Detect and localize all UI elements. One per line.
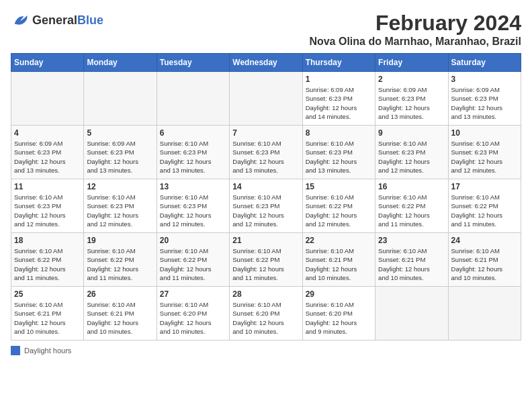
day-sun-info: Sunrise: 6:10 AM Sunset: 6:21 PM Dayligh…: [378, 246, 445, 282]
header: GeneralBlue February 2024 Nova Olina do …: [11, 11, 521, 48]
calendar-week-row: 18Sunrise: 6:10 AM Sunset: 6:22 PM Dayli…: [11, 233, 521, 287]
day-sun-info: Sunrise: 6:09 AM Sunset: 6:23 PM Dayligh…: [306, 85, 372, 121]
calendar-day-cell: 13Sunrise: 6:10 AM Sunset: 6:23 PM Dayli…: [157, 179, 229, 233]
day-of-week-header: Thursday: [302, 54, 375, 72]
day-sun-info: Sunrise: 6:10 AM Sunset: 6:23 PM Dayligh…: [451, 139, 518, 175]
calendar-day-cell: 9Sunrise: 6:10 AM Sunset: 6:23 PM Daylig…: [375, 126, 448, 179]
calendar-week-row: 1Sunrise: 6:09 AM Sunset: 6:23 PM Daylig…: [11, 72, 521, 126]
calendar-day-cell: 2Sunrise: 6:09 AM Sunset: 6:23 PM Daylig…: [375, 72, 448, 126]
calendar-header-row: SundayMondayTuesdayWednesdayThursdayFrid…: [11, 54, 521, 72]
day-number: 13: [160, 182, 226, 191]
day-number: 3: [451, 75, 518, 84]
calendar-day-cell: 8Sunrise: 6:10 AM Sunset: 6:23 PM Daylig…: [302, 126, 375, 179]
day-sun-info: Sunrise: 6:10 AM Sunset: 6:21 PM Dayligh…: [14, 300, 81, 336]
calendar-day-cell: [84, 72, 157, 126]
day-sun-info: Sunrise: 6:10 AM Sunset: 6:23 PM Dayligh…: [14, 193, 81, 228]
calendar-day-cell: 18Sunrise: 6:10 AM Sunset: 6:22 PM Dayli…: [11, 233, 84, 287]
calendar-day-cell: [448, 287, 521, 340]
calendar-day-cell: 15Sunrise: 6:10 AM Sunset: 6:22 PM Dayli…: [302, 179, 375, 233]
day-number: 11: [14, 182, 81, 191]
day-sun-info: Sunrise: 6:10 AM Sunset: 6:20 PM Dayligh…: [160, 300, 226, 336]
day-number: 21: [232, 236, 299, 245]
day-number: 24: [451, 236, 518, 245]
calendar-day-cell: 14Sunrise: 6:10 AM Sunset: 6:23 PM Dayli…: [230, 179, 302, 233]
day-sun-info: Sunrise: 6:10 AM Sunset: 6:22 PM Dayligh…: [378, 193, 445, 228]
day-number: 17: [451, 182, 518, 191]
calendar-day-cell: 24Sunrise: 6:10 AM Sunset: 6:21 PM Dayli…: [448, 233, 521, 287]
calendar-day-cell: [375, 287, 448, 340]
day-number: 1: [306, 75, 372, 84]
calendar-day-cell: 6Sunrise: 6:10 AM Sunset: 6:23 PM Daylig…: [157, 126, 229, 179]
day-number: 29: [306, 289, 372, 299]
calendar-day-cell: 21Sunrise: 6:10 AM Sunset: 6:22 PM Dayli…: [230, 233, 302, 287]
calendar-day-cell: 20Sunrise: 6:10 AM Sunset: 6:22 PM Dayli…: [157, 233, 229, 287]
day-of-week-header: Wednesday: [230, 54, 302, 72]
day-number: 6: [160, 128, 226, 138]
day-number: 10: [451, 128, 518, 138]
calendar-table: SundayMondayTuesdayWednesdayThursdayFrid…: [11, 53, 521, 340]
day-sun-info: Sunrise: 6:10 AM Sunset: 6:21 PM Dayligh…: [306, 246, 372, 282]
day-sun-info: Sunrise: 6:10 AM Sunset: 6:22 PM Dayligh…: [232, 246, 299, 282]
day-number: 9: [378, 128, 445, 138]
day-of-week-header: Tuesday: [157, 54, 229, 72]
day-sun-info: Sunrise: 6:10 AM Sunset: 6:21 PM Dayligh…: [87, 300, 153, 336]
day-sun-info: Sunrise: 6:10 AM Sunset: 6:23 PM Dayligh…: [306, 139, 372, 175]
day-sun-info: Sunrise: 6:09 AM Sunset: 6:23 PM Dayligh…: [451, 85, 518, 121]
month-year-title: February 2024: [309, 11, 521, 36]
calendar-day-cell: [11, 72, 84, 126]
calendar-day-cell: 11Sunrise: 6:10 AM Sunset: 6:23 PM Dayli…: [11, 179, 84, 233]
day-of-week-header: Saturday: [448, 54, 521, 72]
day-sun-info: Sunrise: 6:10 AM Sunset: 6:23 PM Dayligh…: [160, 193, 226, 228]
day-sun-info: Sunrise: 6:10 AM Sunset: 6:23 PM Dayligh…: [87, 193, 153, 228]
calendar-day-cell: 26Sunrise: 6:10 AM Sunset: 6:21 PM Dayli…: [84, 287, 157, 340]
logo-bird-icon: [11, 11, 30, 30]
logo: GeneralBlue: [11, 11, 103, 30]
day-sun-info: Sunrise: 6:10 AM Sunset: 6:21 PM Dayligh…: [451, 246, 518, 282]
calendar-day-cell: 4Sunrise: 6:09 AM Sunset: 6:23 PM Daylig…: [11, 126, 84, 179]
calendar-day-cell: 3Sunrise: 6:09 AM Sunset: 6:23 PM Daylig…: [448, 72, 521, 126]
day-sun-info: Sunrise: 6:10 AM Sunset: 6:23 PM Dayligh…: [160, 139, 226, 175]
day-sun-info: Sunrise: 6:10 AM Sunset: 6:20 PM Dayligh…: [306, 300, 372, 336]
calendar-day-cell: [230, 72, 302, 126]
calendar-week-row: 25Sunrise: 6:10 AM Sunset: 6:21 PM Dayli…: [11, 287, 521, 340]
day-sun-info: Sunrise: 6:10 AM Sunset: 6:20 PM Dayligh…: [232, 300, 299, 336]
day-number: 20: [160, 236, 226, 245]
day-sun-info: Sunrise: 6:10 AM Sunset: 6:22 PM Dayligh…: [306, 193, 372, 228]
day-number: 26: [87, 289, 153, 299]
day-number: 5: [87, 128, 153, 138]
day-sun-info: Sunrise: 6:09 AM Sunset: 6:23 PM Dayligh…: [14, 139, 81, 175]
legend-color-box: [11, 346, 20, 355]
footer-legend: Daylight hours: [11, 346, 521, 355]
day-of-week-header: Friday: [375, 54, 448, 72]
day-number: 2: [378, 75, 445, 84]
calendar-day-cell: 16Sunrise: 6:10 AM Sunset: 6:22 PM Dayli…: [375, 179, 448, 233]
calendar-day-cell: 17Sunrise: 6:10 AM Sunset: 6:22 PM Dayli…: [448, 179, 521, 233]
calendar-day-cell: 29Sunrise: 6:10 AM Sunset: 6:20 PM Dayli…: [302, 287, 375, 340]
calendar-week-row: 11Sunrise: 6:10 AM Sunset: 6:23 PM Dayli…: [11, 179, 521, 233]
calendar-week-row: 4Sunrise: 6:09 AM Sunset: 6:23 PM Daylig…: [11, 126, 521, 179]
calendar-day-cell: 5Sunrise: 6:09 AM Sunset: 6:23 PM Daylig…: [84, 126, 157, 179]
calendar-day-cell: 19Sunrise: 6:10 AM Sunset: 6:22 PM Dayli…: [84, 233, 157, 287]
day-number: 27: [160, 289, 226, 299]
day-number: 15: [306, 182, 372, 191]
calendar-day-cell: 10Sunrise: 6:10 AM Sunset: 6:23 PM Dayli…: [448, 126, 521, 179]
day-number: 12: [87, 182, 153, 191]
calendar-day-cell: 7Sunrise: 6:10 AM Sunset: 6:23 PM Daylig…: [230, 126, 302, 179]
day-number: 14: [232, 182, 299, 191]
day-number: 22: [306, 236, 372, 245]
day-number: 4: [14, 128, 81, 138]
legend-label: Daylight hours: [24, 347, 71, 355]
day-number: 25: [14, 289, 81, 299]
day-sun-info: Sunrise: 6:10 AM Sunset: 6:22 PM Dayligh…: [87, 246, 153, 282]
day-number: 19: [87, 236, 153, 245]
day-sun-info: Sunrise: 6:10 AM Sunset: 6:22 PM Dayligh…: [160, 246, 226, 282]
day-sun-info: Sunrise: 6:10 AM Sunset: 6:23 PM Dayligh…: [378, 139, 445, 175]
title-section: February 2024 Nova Olina do Marnhao, Mar…: [309, 11, 521, 48]
day-number: 16: [378, 182, 445, 191]
calendar-day-cell: 22Sunrise: 6:10 AM Sunset: 6:21 PM Dayli…: [302, 233, 375, 287]
calendar-day-cell: 28Sunrise: 6:10 AM Sunset: 6:20 PM Dayli…: [230, 287, 302, 340]
day-number: 23: [378, 236, 445, 245]
calendar-day-cell: 12Sunrise: 6:10 AM Sunset: 6:23 PM Dayli…: [84, 179, 157, 233]
day-number: 28: [232, 289, 299, 299]
day-number: 7: [232, 128, 299, 138]
